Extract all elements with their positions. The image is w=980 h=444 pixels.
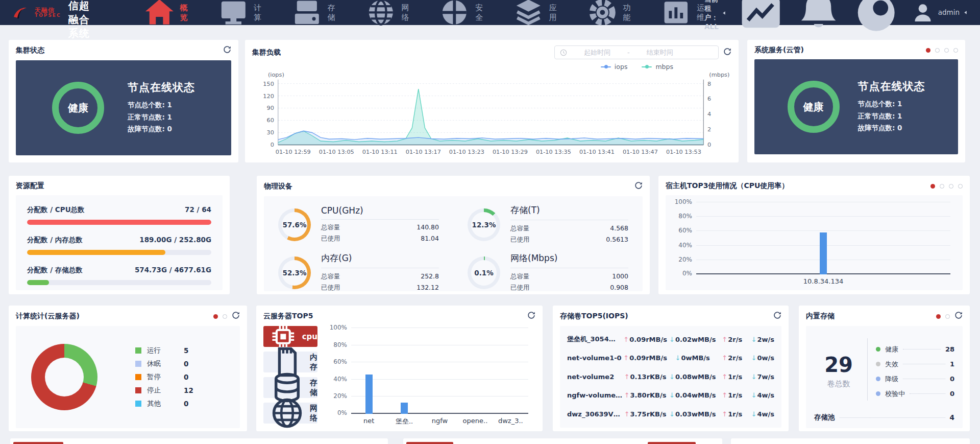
refresh-icon[interactable] (773, 311, 781, 321)
svg-text:01-10 13:29: 01-10 13:29 (493, 149, 528, 155)
carousel-dot[interactable] (930, 184, 935, 189)
vm-state-legend-row: 停止12 (135, 386, 193, 395)
circle-status-icon[interactable] (853, 0, 899, 36)
nav-item-概览[interactable]: 概览 (143, 0, 188, 29)
storage-legend-row: 健康28 (876, 345, 954, 354)
app-title: 天融信超融合系统 (68, 0, 99, 40)
partial-panel (10, 438, 388, 444)
svg-text:01-10 13:41: 01-10 13:41 (579, 149, 615, 155)
resource-bars: 分配数 / CPU总数72 / 64分配数 / 内存总数189.00G / 25… (16, 195, 223, 290)
network-icon (365, 0, 397, 29)
nav-item-存储[interactable]: 存储 (291, 0, 335, 29)
svg-text:2: 2 (707, 126, 711, 133)
clock-icon (560, 49, 567, 56)
host-cpu-chart: 0%20%40%60%80%100%10.8.34.134 (666, 195, 963, 290)
node-status-card: 健康 节点在线状态 节点总个数: 1正常节点数: 1故障节点数: 0 (16, 60, 231, 155)
carousel-dot[interactable] (940, 184, 944, 189)
topsec-logo-icon (12, 6, 28, 20)
carousel-dot[interactable] (926, 48, 930, 53)
carousel-dot[interactable] (949, 184, 953, 189)
nav-item-安全[interactable]: 安全 (438, 0, 483, 29)
host-top3-panel: 宿主机TOP3使用情况（CPU使用率） 0%20%40%60%80%100%10… (658, 176, 970, 294)
node-stat-row: 节点总个数: 1 (858, 98, 925, 110)
physical-devices-panel: 物理设备 57.6%CPU(GHz)总容量140.80已使用81.0412.3%… (257, 176, 650, 294)
tab-网络[interactable]: 网络 (263, 403, 317, 424)
refresh-icon[interactable] (527, 311, 535, 321)
start-time-input[interactable] (567, 49, 627, 56)
carousel-dot[interactable] (944, 48, 949, 53)
carousel-dot[interactable] (223, 314, 227, 319)
device-gauge-网络(Mbps): 0.1%网络(Mbps)总容量1000已使用0.908 (468, 252, 628, 293)
carousel-dot[interactable] (213, 314, 218, 319)
volume-row: net-volume2↑0.13rKB/s↓0.08wMB/s↑1r/s↓7w/… (567, 367, 774, 386)
svg-text:90: 90 (267, 105, 274, 111)
user-menu[interactable]: admin (911, 1, 968, 25)
globe-icon (270, 396, 304, 430)
tab-内存[interactable]: 内存 (263, 352, 317, 372)
vm-state-legend-row: 其他0 (135, 399, 193, 408)
main-nav: 概览计算存储网络安全应用功能运维 (143, 0, 704, 29)
storage-legend-row: 失效1 (876, 360, 954, 369)
partial-panel (731, 438, 970, 444)
metrics-icon[interactable] (738, 0, 784, 36)
health-ring: 健康 (52, 82, 104, 134)
vm-state-legend-row: 休眠0 (135, 359, 193, 368)
carousel-dot[interactable] (935, 48, 940, 53)
refresh-icon[interactable] (954, 311, 963, 321)
bell-icon[interactable]: 7 (795, 0, 842, 37)
metric-tabs: cpu内存存储网络 (263, 326, 317, 426)
volume-row: 堡垒机_3054…↑0.09rMB/s↓0.02wMB/s↑2r/s↓2w/s (567, 330, 774, 349)
svg-text:01-10 13:17: 01-10 13:17 (406, 149, 441, 155)
carousel-dot[interactable] (958, 184, 963, 189)
nav-item-计算[interactable]: 计算 (217, 0, 262, 29)
panel-title: 集群状态 (16, 46, 44, 55)
date-range-picker[interactable]: - (554, 45, 719, 59)
node-status-card: 健康 节点在线状态 节点总个数: 1正常节点数: 1故障节点数: 0 (754, 59, 958, 154)
logo-text: 天融信 TOPSEC (35, 7, 61, 18)
internal-storage-panel: 内置存储 29 卷总数 健康28失效1降级0校验中0 存储池 4 (799, 306, 970, 431)
chart-legend: iops mbps (245, 63, 739, 71)
tab-cpu[interactable]: cpu (263, 326, 317, 347)
nav-item-运维[interactable]: 运维 (660, 0, 704, 29)
legend-iops[interactable]: iops (601, 63, 628, 71)
bar (365, 375, 373, 414)
svg-text:01-10 13:47: 01-10 13:47 (623, 149, 658, 155)
tenant-selector[interactable]: 当前租户：ALL (704, 0, 726, 31)
monitor-icon (217, 0, 250, 29)
node-stat-row: 故障节点数: 0 (858, 122, 925, 134)
panel-title: 资源配置 (16, 181, 44, 191)
carousel-dot[interactable] (953, 48, 958, 53)
caret-icon (722, 9, 726, 17)
resource-config-panel: 资源配置 分配数 / CPU总数72 / 64分配数 / 内存总数189.00G… (9, 176, 230, 294)
vm-state-legend-row: 暂停0 (135, 372, 193, 382)
svg-text:(mbps): (mbps) (709, 72, 729, 78)
carousel-dot[interactable] (936, 314, 941, 319)
device-gauge-CPU(GHz): 57.6%CPU(GHz)总容量140.80已使用81.04 (278, 204, 439, 245)
nav-item-应用[interactable]: 应用 (512, 0, 557, 29)
compute-stats-panel: 计算统计(云服务器) 运行5休眠0暂停0停止12其他0 (9, 306, 247, 431)
volume-table: 堡垒机_3054…↑0.09rMB/s↓0.02wMB/s↑2r/s↓2w/sn… (560, 326, 781, 428)
bar (401, 403, 408, 414)
resource-bar-row: 分配数 / 内存总数189.00G / 252.80G (27, 236, 211, 255)
nav-item-功能[interactable]: 功能 (586, 0, 631, 29)
refresh-icon[interactable] (634, 181, 643, 192)
resource-bar-row: 分配数 / CPU总数72 / 64 (27, 205, 211, 225)
panel-title: 计算统计(云服务器) (16, 312, 80, 321)
tab-存储[interactable]: 存储 (263, 377, 317, 398)
caret-icon (963, 8, 968, 16)
nav-item-网络[interactable]: 网络 (365, 0, 409, 29)
refresh-icon[interactable] (223, 45, 231, 56)
security-icon (438, 0, 471, 29)
refresh-icon[interactable] (723, 48, 731, 58)
carousel-dot[interactable] (945, 314, 950, 319)
username: admin (938, 8, 960, 16)
panel-title: 存储卷TOP5(IOPS) (560, 312, 628, 321)
legend-mbps[interactable]: mbps (642, 63, 673, 71)
svg-text:0: 0 (707, 142, 711, 148)
top-navbar: 天融信 TOPSEC 天融信超融合系统 概览计算存储网络安全应用功能运维 当前租… (0, 0, 980, 25)
device-gauges: 57.6%CPU(GHz)总容量140.80已使用81.0412.3%存储(T)… (264, 196, 643, 291)
refresh-icon[interactable] (232, 311, 240, 321)
svg-text:01-10 13:53: 01-10 13:53 (666, 149, 701, 155)
end-time-input[interactable] (630, 49, 690, 56)
svg-text:150: 150 (263, 81, 274, 87)
